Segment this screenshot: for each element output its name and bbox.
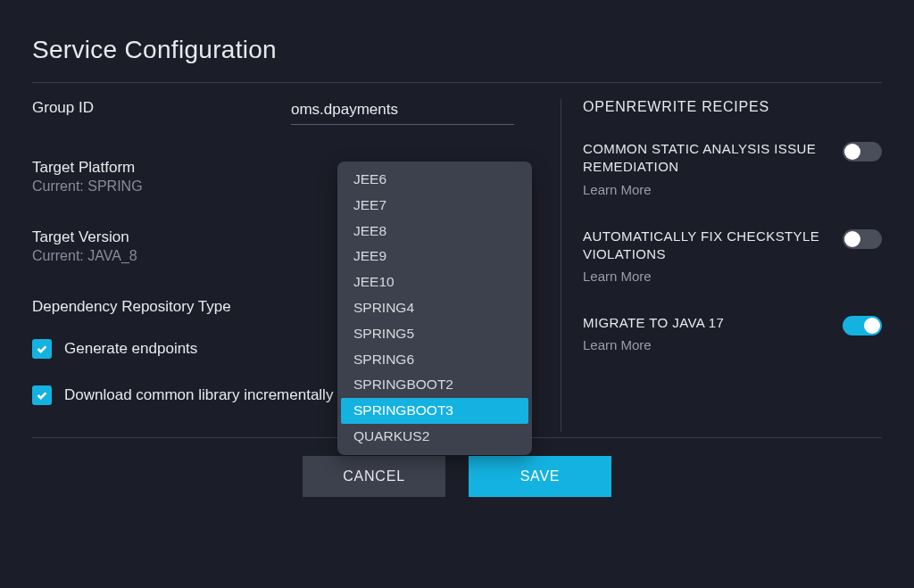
group-id-input[interactable] <box>291 99 514 125</box>
dropdown-option-jee8[interactable]: JEE8 <box>341 219 528 244</box>
dependency-repo-label: Dependency Repository Type <box>32 298 264 316</box>
cancel-button[interactable]: CANCEL <box>303 456 445 497</box>
toggle-knob <box>844 231 860 247</box>
dropdown-option-jee10[interactable]: JEE10 <box>341 269 528 295</box>
recipe-toggle[interactable] <box>843 142 882 161</box>
right-column: OPENREWRITE RECIPES COMMON STATIC ANALYS… <box>561 99 882 432</box>
recipe-title: MIGRATE TO JAVA 17 <box>583 314 828 332</box>
dropdown-option-spring5[interactable]: SPRING5 <box>341 321 528 347</box>
recipe-item: MIGRATE TO JAVA 17Learn More <box>583 314 882 352</box>
content-area: Group ID Target Platform Current: SPRING… <box>32 99 882 432</box>
learn-more-link[interactable]: Learn More <box>583 182 828 197</box>
target-version-label: Target Version <box>32 228 264 246</box>
dropdown-option-jee9[interactable]: JEE9 <box>341 244 528 269</box>
dropdown-option-jee7[interactable]: JEE7 <box>341 193 528 219</box>
left-column: Group ID Target Platform Current: SPRING… <box>32 99 561 432</box>
recipe-toggle[interactable] <box>843 316 882 335</box>
checkbox-generate-endpoints-label: Generate endpoints <box>64 340 197 358</box>
recipes-header: OPENREWRITE RECIPES <box>583 99 882 115</box>
dropdown-option-springboot3[interactable]: SPRINGBOOT3 <box>341 398 528 424</box>
recipe-toggle[interactable] <box>843 229 882 249</box>
checkbox-generate-endpoints[interactable] <box>32 339 52 359</box>
page-title: Service Configuration <box>32 36 882 64</box>
check-icon <box>36 343 48 355</box>
dropdown-option-springboot2[interactable]: SPRINGBOOT2 <box>341 372 528 398</box>
dropdown-option-quarkus2[interactable]: QUARKUS2 <box>341 424 528 450</box>
recipe-item: COMMON STATIC ANALYSIS ISSUE REMEDIATION… <box>583 140 882 197</box>
toggle-knob <box>844 144 860 160</box>
check-icon <box>36 389 48 402</box>
dropdown-option-spring4[interactable]: SPRING4 <box>341 295 528 321</box>
target-platform-label: Target Platform <box>32 159 264 177</box>
recipe-item: AUTOMATICALLY FIX CHECKSTYLE VIOLATIONSL… <box>583 228 882 285</box>
dropdown-option-jee6[interactable]: JEE6 <box>341 167 528 193</box>
target-platform-dropdown[interactable]: JEE6JEE7JEE8JEE9JEE10SPRING4SPRING5SPRIN… <box>337 161 532 455</box>
divider-top <box>32 82 882 83</box>
dropdown-option-spring6[interactable]: SPRING6 <box>341 347 528 373</box>
learn-more-link[interactable]: Learn More <box>583 337 828 352</box>
group-id-label: Group ID <box>32 99 264 117</box>
recipe-title: COMMON STATIC ANALYSIS ISSUE REMEDIATION <box>583 140 828 177</box>
button-row: CANCEL SAVE <box>32 456 882 497</box>
toggle-knob <box>864 318 880 334</box>
checkbox-download-incremental-label: Download common library incrementally <box>64 386 333 404</box>
learn-more-link[interactable]: Learn More <box>583 269 828 284</box>
target-platform-sublabel: Current: SPRING <box>32 178 264 195</box>
save-button[interactable]: SAVE <box>469 456 611 497</box>
field-group-id: Group ID <box>32 99 543 125</box>
recipe-title: AUTOMATICALLY FIX CHECKSTYLE VIOLATIONS <box>583 228 828 264</box>
target-version-sublabel: Current: JAVA_8 <box>32 248 264 264</box>
checkbox-download-incremental[interactable] <box>32 385 52 405</box>
